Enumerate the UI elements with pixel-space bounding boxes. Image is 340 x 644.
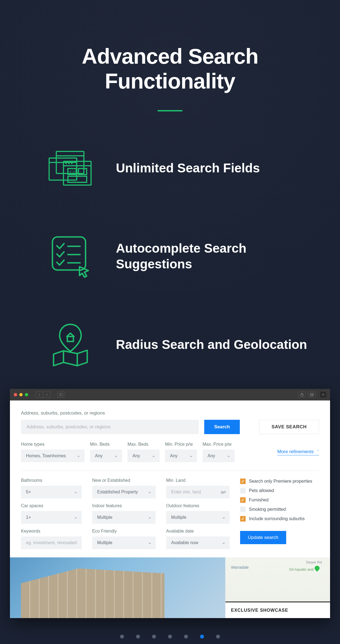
checkbox-label: Furnished [249,498,269,503]
svg-rect-26 [310,394,313,396]
svg-point-8 [71,163,73,164]
svg-rect-18 [67,336,73,341]
eco-friendly-label: Eco Friendly [92,529,156,534]
chevron-up-icon: ˄ [317,450,319,454]
pager-dot-4[interactable] [184,635,188,638]
available-date-label: Available date [166,529,230,534]
checkbox-1[interactable]: Pets allowed [240,488,319,493]
nav-back-button[interactable]: ‹ [35,392,43,398]
window-close-icon[interactable] [14,393,17,396]
min-land-input[interactable] [166,486,230,498]
map-label-dwyer: Dwyer Rd [306,560,322,564]
max-beds-value: Any [132,453,140,458]
home-types-value: Homes, Townhomes [26,453,66,458]
checkbox-0[interactable]: Search only Premiere properties [240,479,319,484]
pager-dot-1[interactable] [136,635,140,638]
search-top-row: Search SAVE SEARCH [21,420,319,434]
address-input[interactable] [21,420,199,434]
checkbox-box-icon [240,479,246,484]
feature-radius-geolocation: Radius Search and Geolocation [47,321,340,368]
window-maximize-icon[interactable] [25,393,28,396]
eco-friendly-select[interactable]: Multiple [92,536,156,549]
more-refinements-label: More refinements [277,449,314,455]
address-label: Address, suburbs, postcodes, or regions [21,410,319,416]
car-spaces-select[interactable]: 1+ [21,511,82,524]
new-established-value: Established Property [97,490,138,495]
svg-rect-22 [59,393,63,396]
svg-marker-17 [79,267,88,277]
carousel-pagination [0,618,340,644]
max-price-value: Any [208,453,215,458]
min-price-select[interactable]: Any [165,450,197,462]
new-established-label: New or Established [92,478,156,483]
pager-dot-5[interactable] [200,635,204,638]
checkbox-box-icon [240,488,246,493]
nav-back-forward: ‹ › [35,392,51,398]
sidebar-toggle-icon[interactable] [57,392,65,398]
more-refinements-link[interactable]: More refinements ˄ [277,449,319,455]
svg-rect-27 [311,393,314,395]
update-search-button[interactable]: Update search [240,531,286,544]
pager-dot-6[interactable] [216,635,220,638]
property-image [10,557,225,618]
new-tab-button[interactable]: + [320,392,326,398]
bathrooms-select[interactable]: 5+ [21,486,82,498]
exclusive-showcase-heading: EXCLUSIVE SHOWCASE [225,602,330,618]
min-price-label: Min. Price p/w [165,442,197,447]
checkbox-label: Search only Premiere properties [249,479,312,484]
checkbox-label: Pets allowed [249,488,274,493]
outdoor-features-select[interactable]: Multiple [166,511,230,524]
min-price-value: Any [170,453,178,458]
svg-text:< >: < > [69,169,75,174]
map-preview[interactable]: Warradale Dwyer Rd SA Aquatic and [225,557,330,602]
map-label-poi: SA Aquatic and [289,567,314,571]
checkbox-3[interactable]: Smoking permitted [240,507,319,512]
home-types-label: Home types [21,442,84,447]
checklist-cursor-icon [47,233,94,280]
home-types-select[interactable]: Homes, Townhomes [21,450,84,462]
map-pin-icon [314,565,320,571]
map-label-warradale: Warradale [231,565,249,570]
car-spaces-label: Car spaces [21,503,82,508]
save-search-button[interactable]: SAVE SEARCH [259,420,319,434]
outdoor-features-value: Multiple [171,515,186,520]
max-beds-select[interactable]: Any [128,450,160,462]
feature-label: Radius Search and Geolocation [116,337,307,353]
pager-dot-2[interactable] [152,635,156,638]
sidebar-right: Warradale Dwyer Rd SA Aquatic and EXCLUS… [225,557,330,618]
min-land-unit: m² [221,490,226,495]
svg-point-6 [66,163,67,164]
svg-rect-13 [52,237,86,270]
new-established-select[interactable]: Established Property [92,486,156,498]
features-list: < > Unlimited Search Fields [0,145,340,368]
keywords-input[interactable] [21,536,82,549]
pager-dot-3[interactable] [168,635,172,638]
page-title: Advanced Search Functionality [0,44,340,93]
title-line-1: Advanced Search [82,44,258,68]
indoor-features-select[interactable]: Multiple [92,511,156,524]
below-panel: Warradale Dwyer Rd SA Aquatic and EXCLUS… [10,557,330,618]
checkbox-box-icon [240,516,246,522]
search-button[interactable]: Search [204,420,240,434]
hero-section: Advanced Search Functionality [0,0,340,389]
map-pin-icon [47,321,94,368]
window-minimize-icon[interactable] [19,393,23,396]
share-icon[interactable] [298,392,306,398]
checkbox-box-icon [240,497,246,503]
feature-autocomplete: Autocomplete Search Suggestions [47,233,340,280]
nav-forward-button[interactable]: › [43,392,51,398]
checkbox-2[interactable]: Furnished [240,497,319,503]
svg-marker-19 [54,350,87,366]
tabs-icon[interactable] [308,392,316,398]
min-beds-select[interactable]: Any [90,450,122,462]
max-price-select[interactable]: Any [203,450,235,462]
pager-dot-0[interactable] [120,635,124,638]
available-date-select[interactable]: Available now [166,536,230,549]
feature-unlimited-fields: < > Unlimited Search Fields [47,145,340,191]
checkbox-4[interactable]: Include surrounding suburbs [240,516,319,522]
browser-windows-icon: < > [47,145,94,191]
min-land-label: Min. Land [166,478,230,483]
svg-point-7 [68,163,70,164]
title-divider [158,110,182,111]
feature-label: Autocomplete Search Suggestions [116,241,309,272]
